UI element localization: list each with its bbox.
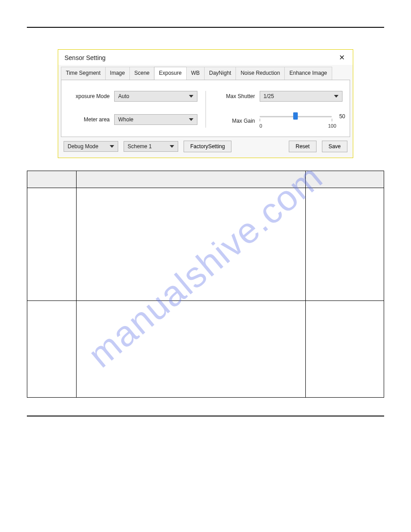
table-header-1 [27, 171, 77, 188]
reset-button[interactable]: Reset [289, 141, 316, 152]
chevron-down-icon [189, 95, 193, 98]
cell-r2-c1 [27, 301, 77, 398]
page-bottom-rule [27, 416, 384, 416]
meter-area-label: Meter area [68, 116, 110, 123]
tab-daynight[interactable]: DayNight [204, 67, 236, 80]
chevron-down-icon [189, 118, 193, 121]
chevron-down-icon [110, 145, 114, 148]
max-shutter-select[interactable]: 1/25 [260, 91, 343, 102]
scheme-select[interactable]: Scheme 1 [124, 141, 178, 152]
max-gain-label: Max Gain [214, 118, 255, 124]
table-row [27, 301, 384, 398]
tab-enhance-image[interactable]: Enhance Image [284, 67, 332, 80]
tab-wb[interactable]: WB [186, 67, 205, 80]
meter-area-select[interactable]: Whole [114, 114, 197, 125]
factory-setting-button[interactable]: FactorySetting [184, 141, 231, 152]
parameter-table [27, 171, 384, 398]
max-gain-min-label: 0 [260, 123, 262, 129]
save-button[interactable]: Save [322, 141, 347, 152]
scheme-value: Scheme 1 [128, 143, 152, 150]
sensor-setting-dialog: Sensor Setting ✕ Time Segment Image Scen… [58, 49, 353, 158]
tab-scene[interactable]: Scene [129, 67, 154, 80]
exposure-mode-label: xposure Mode [68, 93, 110, 99]
max-shutter-value: 1/25 [264, 93, 274, 99]
cell-r2-c3 [306, 301, 384, 398]
exposure-mode-select[interactable]: Auto [114, 91, 197, 102]
table-header-3 [306, 171, 384, 188]
table-header-2 [77, 171, 306, 188]
tab-noise-reduction[interactable]: Noise Reduction [235, 67, 285, 80]
dialog-footer: Debug Mode Scheme 1 FactorySetting Reset… [61, 137, 350, 155]
debug-mode-select[interactable]: Debug Mode [64, 141, 118, 152]
cell-r2-c2 [77, 301, 306, 398]
dialog-title: Sensor Setting [64, 54, 106, 61]
cell-r1-c1 [27, 188, 77, 301]
tab-exposure[interactable]: Exposure [154, 67, 187, 80]
cell-r1-c3 [306, 188, 384, 301]
max-shutter-label: Max Shutter [214, 93, 255, 99]
close-icon[interactable]: ✕ [336, 53, 347, 62]
max-gain-max-label: 100 [328, 123, 336, 129]
max-gain-slider[interactable]: 50 0 100 [260, 114, 343, 128]
chevron-down-icon [170, 145, 174, 148]
debug-mode-value: Debug Mode [68, 143, 98, 150]
page-top-rule [27, 27, 384, 28]
exposure-panel: xposure Mode Auto Meter area Whole [61, 80, 350, 137]
tab-strip: Time Segment Image Scene Exposure WB Day… [61, 67, 350, 80]
chevron-down-icon [334, 95, 338, 98]
cell-r1-c2 [77, 188, 306, 301]
tab-time-segment[interactable]: Time Segment [61, 67, 106, 80]
slider-thumb-icon[interactable] [293, 112, 298, 120]
exposure-mode-value: Auto [118, 93, 129, 99]
tab-image[interactable]: Image [105, 67, 130, 80]
meter-area-value: Whole [118, 116, 133, 123]
max-gain-value: 50 [339, 113, 345, 120]
table-row [27, 188, 384, 301]
